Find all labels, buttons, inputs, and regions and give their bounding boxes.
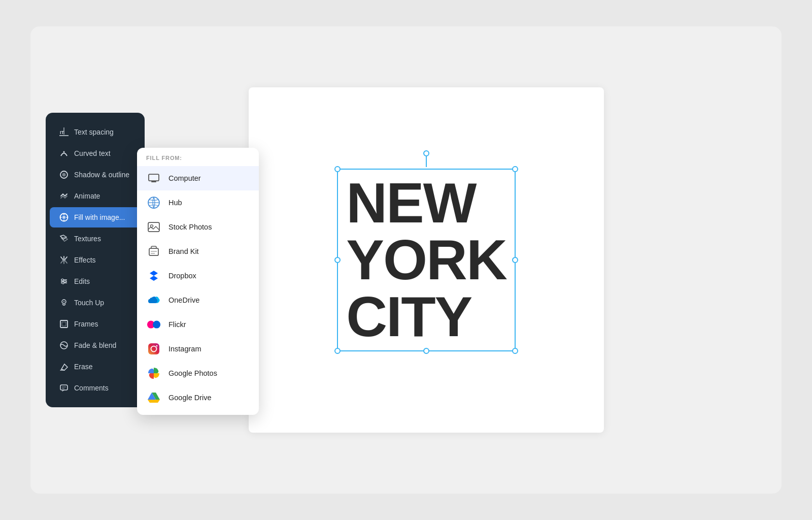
handle-top-right[interactable] <box>512 166 518 172</box>
sidebar-item-label: Fill with image... <box>74 213 125 221</box>
text-selection-box[interactable]: NEW YORK CITY <box>337 169 516 351</box>
dropdown-item-label: Google Drive <box>168 394 212 402</box>
dropdown-item-label: Flickr <box>168 320 186 329</box>
svg-rect-17 <box>60 320 67 328</box>
sidebar-item-comments[interactable]: Comments <box>50 378 141 398</box>
flickr-icon <box>146 317 161 332</box>
svg-rect-36 <box>148 343 159 354</box>
sidebar-item-label: Edits <box>74 277 90 285</box>
svg-rect-29 <box>148 222 159 232</box>
svg-rect-18 <box>62 322 66 326</box>
dropdown-item-dropbox[interactable]: Dropbox <box>137 264 259 288</box>
sidebar-item-frames[interactable]: Frames <box>50 314 141 334</box>
handle-rotation[interactable] <box>423 150 429 156</box>
svg-point-38 <box>156 345 158 347</box>
sidebar-item-label: Shadow & outline <box>74 171 129 179</box>
text-line-3: CITY <box>346 288 506 345</box>
sidebar-item-shadow-outline[interactable]: Shadow & outline <box>50 165 141 185</box>
svg-point-7 <box>62 216 65 219</box>
handle-mid-left[interactable] <box>334 257 341 263</box>
onedrive-icon <box>146 292 161 308</box>
textures-icon <box>59 234 69 244</box>
dropdown-header: FILL FROM: <box>137 155 259 166</box>
svg-rect-21 <box>60 385 67 390</box>
dropdown-item-google-photos[interactable]: Google Photos <box>137 361 259 385</box>
svg-point-35 <box>153 321 160 329</box>
instagram-icon <box>146 341 161 356</box>
hub-icon <box>146 195 161 210</box>
text-line-1: NEW <box>346 175 506 232</box>
sidebar-item-label: Touch Up <box>74 299 104 307</box>
svg-point-12 <box>61 279 63 281</box>
canvas-text: NEW YORK CITY <box>346 175 506 345</box>
dropdown-item-label: Google Photos <box>168 369 217 377</box>
dropdown-item-hub[interactable]: Hub <box>137 190 259 215</box>
dropdown-item-label: Dropbox <box>168 272 196 280</box>
sidebar-item-label: Curved text <box>74 149 111 157</box>
curved-text-icon <box>59 148 69 158</box>
svg-point-3 <box>63 151 65 153</box>
dropdown-item-instagram[interactable]: Instagram <box>137 337 259 361</box>
sidebar-item-fade-blend[interactable]: Fade & blend <box>50 335 141 355</box>
handle-mid-right[interactable] <box>512 257 518 263</box>
svg-point-16 <box>63 301 65 303</box>
fill-from-dropdown: FILL FROM: Computer <box>137 148 259 415</box>
google-drive-icon <box>146 390 161 405</box>
dropdown-item-stock-photos[interactable]: Stock Photos <box>137 215 259 239</box>
sidebar: IT Text spacing Curved text <box>46 113 145 407</box>
dropdown-item-label: Computer <box>168 174 201 182</box>
dropdown-item-google-drive[interactable]: Google Drive <box>137 385 259 410</box>
dropdown-item-label: Stock Photos <box>168 223 212 231</box>
svg-rect-31 <box>149 248 158 255</box>
sidebar-item-edits[interactable]: Edits <box>50 271 141 291</box>
dropdown-item-computer[interactable]: Computer <box>137 166 259 190</box>
frames-icon <box>59 319 69 329</box>
fill-image-icon <box>59 212 69 222</box>
erase-icon <box>59 362 69 372</box>
dropdown-item-label: Instagram <box>168 345 201 353</box>
canvas-area: NEW YORK CITY <box>249 87 604 433</box>
main-container: IT Text spacing Curved text <box>30 26 782 494</box>
sidebar-item-curved-text[interactable]: Curved text <box>50 143 141 164</box>
dropdown-item-brand-kit[interactable]: Brand Kit <box>137 239 259 264</box>
sidebar-item-label: Textures <box>74 235 101 243</box>
sidebar-item-touch-up[interactable]: Touch Up <box>50 292 141 313</box>
handle-bottom-right[interactable] <box>512 348 518 354</box>
svg-point-14 <box>62 282 64 284</box>
edits-icon <box>59 276 69 286</box>
touch-up-icon <box>59 298 69 308</box>
sidebar-item-label: Effects <box>74 256 96 264</box>
text-spacing-icon: IT <box>59 127 69 137</box>
sidebar-item-textures[interactable]: Textures <box>50 229 141 249</box>
animate-icon <box>59 191 69 201</box>
stock-photos-icon <box>146 219 161 235</box>
sidebar-item-animate[interactable]: Animate <box>50 186 141 206</box>
dropdown-item-label: Hub <box>168 199 182 207</box>
sidebar-item-label: Fade & blend <box>74 341 116 349</box>
google-photos-icon <box>146 366 161 381</box>
sidebar-item-label: Text spacing <box>74 128 114 136</box>
dropdown-item-onedrive[interactable]: OneDrive <box>137 288 259 312</box>
svg-rect-24 <box>149 174 159 181</box>
handle-bottom-center[interactable] <box>423 348 429 354</box>
svg-text:IT: IT <box>60 130 64 135</box>
sidebar-item-fill-with-image[interactable]: Fill with image... <box>50 207 141 228</box>
text-line-2: YORK <box>346 232 506 288</box>
svg-point-8 <box>63 259 65 262</box>
sidebar-item-label: Animate <box>74 192 100 200</box>
fade-icon <box>59 340 69 350</box>
dropdown-item-label: Brand Kit <box>168 247 199 255</box>
svg-point-13 <box>64 280 66 282</box>
dropdown-item-flickr[interactable]: Flickr <box>137 312 259 337</box>
dropdown-item-label: OneDrive <box>168 296 199 304</box>
sidebar-item-erase[interactable]: Erase <box>50 356 141 377</box>
dropbox-icon <box>146 268 161 283</box>
svg-point-5 <box>62 173 66 177</box>
sidebar-item-effects[interactable]: Effects <box>50 250 141 270</box>
handle-top-left[interactable] <box>334 166 341 172</box>
sidebar-item-label: Erase <box>74 363 93 371</box>
sidebar-item-text-spacing[interactable]: IT Text spacing <box>50 122 141 142</box>
brand-kit-icon <box>146 244 161 259</box>
handle-bottom-left[interactable] <box>334 348 341 354</box>
comments-icon <box>59 383 69 393</box>
